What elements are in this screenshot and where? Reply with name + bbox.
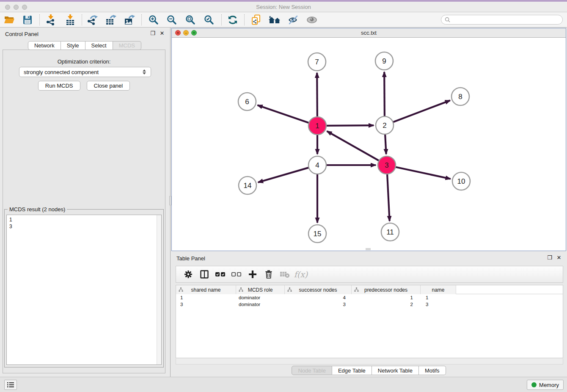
edge-1-2[interactable] (326, 125, 374, 126)
table-cell[interactable]: 2 (352, 301, 421, 308)
export-network-button[interactable] (86, 14, 99, 26)
network-view-window: scc.txt 7968124314101511 (171, 28, 566, 251)
graph-node-14[interactable]: 14 (239, 177, 256, 194)
optimization-criterion-select[interactable]: strongly connected component (19, 67, 151, 77)
status-bar: Memory (0, 377, 567, 392)
delete-table-button[interactable] (277, 268, 293, 281)
table-cell[interactable]: 3 (285, 301, 352, 308)
graph-node-6[interactable]: 6 (238, 93, 256, 110)
memory-label: Memory (539, 382, 559, 388)
import-table-button[interactable] (63, 14, 77, 26)
mcds-result-title: MCDS result (2 nodes) (8, 206, 67, 213)
table-cell[interactable]: 1 (421, 294, 456, 301)
selected-criterion: strongly connected component (19, 69, 140, 75)
close-table-panel-icon[interactable] (556, 254, 562, 260)
create-column-button[interactable] (245, 268, 261, 281)
tab-mcds[interactable]: MCDS (113, 41, 141, 50)
edge-4-14[interactable] (258, 168, 309, 182)
edge-3-1[interactable] (327, 131, 379, 161)
show-all-button[interactable] (305, 14, 319, 26)
graph-node-11[interactable]: 11 (381, 223, 399, 241)
edge-2-3[interactable] (385, 134, 386, 154)
export-image-button[interactable] (123, 14, 136, 26)
zoom-out-button[interactable] (165, 14, 179, 26)
tab-select[interactable]: Select (85, 41, 113, 50)
edge-2-9[interactable] (384, 72, 385, 116)
import-network-button[interactable] (44, 14, 58, 26)
export-table-button[interactable] (104, 14, 118, 26)
table-cell[interactable]: 4 (285, 294, 352, 301)
zoom-selected-button[interactable] (202, 14, 216, 26)
graph-node-1[interactable]: 1 (308, 117, 326, 135)
memory-button[interactable]: Memory (527, 380, 564, 390)
function-builder-button[interactable]: f(x) (293, 268, 309, 281)
table-toolbar: f(x) (176, 266, 563, 283)
table-cell[interactable]: 1 (352, 294, 421, 301)
home-button[interactable] (268, 14, 281, 26)
network-hscroll-thumb[interactable] (366, 248, 371, 250)
show-columns-button[interactable] (196, 268, 212, 281)
node-table: shared nameMCDS rolesuccessor nodesprede… (176, 285, 563, 358)
select-chevrons-icon (140, 69, 148, 75)
zoom-in-button[interactable] (147, 14, 160, 26)
column-header-shared-name[interactable]: shared name (176, 285, 236, 294)
graph-node-9[interactable]: 9 (375, 52, 393, 70)
table-hscrollbar[interactable] (176, 359, 563, 364)
network-canvas[interactable]: 7968124314101511 (172, 38, 566, 251)
trash-icon (265, 270, 272, 279)
hide-selected-button[interactable] (286, 14, 300, 26)
network-window-titlebar[interactable]: scc.txt (172, 28, 566, 38)
duplicate-network-button[interactable] (249, 14, 263, 26)
run-mcds-button[interactable]: Run MCDS (38, 81, 80, 91)
graph-node-7[interactable]: 7 (308, 53, 326, 71)
graph-node-4[interactable]: 4 (308, 156, 326, 174)
table-row[interactable]: 1dominator411 (176, 294, 563, 301)
edge-3-11[interactable] (387, 174, 390, 221)
column-header-MCDS-role[interactable]: MCDS role (236, 285, 285, 294)
table-cell[interactable]: dominator (236, 301, 285, 308)
table-tabs: Node TableEdge TableNetwork TableMotifs (171, 366, 566, 375)
graph-node-2[interactable]: 2 (376, 116, 394, 134)
node-label: 9 (382, 57, 386, 65)
table-cell[interactable]: 3 (421, 301, 456, 308)
search-input[interactable] (450, 15, 562, 24)
tab-style[interactable]: Style (61, 41, 85, 50)
delete-column-button[interactable] (261, 268, 277, 281)
result-scrollbar[interactable] (157, 215, 161, 364)
save-session-button[interactable] (21, 14, 34, 26)
graph-node-8[interactable]: 8 (451, 88, 469, 105)
graph-node-15[interactable]: 15 (308, 225, 326, 243)
zoom-fit-button[interactable] (184, 14, 197, 26)
float-panel-icon[interactable] (150, 30, 156, 36)
column-header-successor-nodes[interactable]: successor nodes (285, 285, 352, 294)
edge-3-10[interactable] (396, 167, 451, 179)
edge-1-7[interactable] (317, 73, 317, 117)
refresh-button[interactable] (226, 14, 239, 26)
table-tab-motifs[interactable]: Motifs (419, 366, 446, 375)
deselect-all-button[interactable] (228, 268, 245, 281)
table-cell[interactable]: 1 (176, 294, 236, 301)
table-tab-node-table[interactable]: Node Table (292, 366, 332, 375)
float-table-panel-icon[interactable] (547, 254, 553, 260)
graph-node-10[interactable]: 10 (452, 172, 470, 190)
column-header-name[interactable]: name (421, 285, 456, 294)
table-cell[interactable]: 3 (176, 301, 236, 308)
close-panel-icon[interactable] (159, 30, 165, 36)
table-row[interactable]: 3dominator323 (176, 301, 563, 308)
edge-2-8[interactable] (393, 100, 450, 122)
open-session-button[interactable] (3, 14, 16, 26)
edge-1-6[interactable] (258, 105, 309, 123)
select-all-button[interactable] (212, 268, 228, 281)
tab-network[interactable]: Network (28, 41, 61, 50)
table-settings-button[interactable] (180, 268, 196, 281)
toolbar-separator (141, 14, 142, 25)
column-header-predecessor-nodes[interactable]: predecessor nodes (352, 285, 421, 294)
table-tab-edge-table[interactable]: Edge Table (332, 366, 372, 375)
graph-node-3[interactable]: 3 (378, 156, 396, 174)
table-tab-network-table[interactable]: Network Table (372, 366, 419, 375)
table-cell[interactable]: dominator (236, 294, 285, 301)
close-panel-button[interactable]: Close panel (87, 81, 130, 91)
toolbar-separator (39, 14, 40, 25)
task-history-button[interactable] (4, 380, 17, 390)
mcds-result-text[interactable]: 13 (6, 215, 162, 365)
